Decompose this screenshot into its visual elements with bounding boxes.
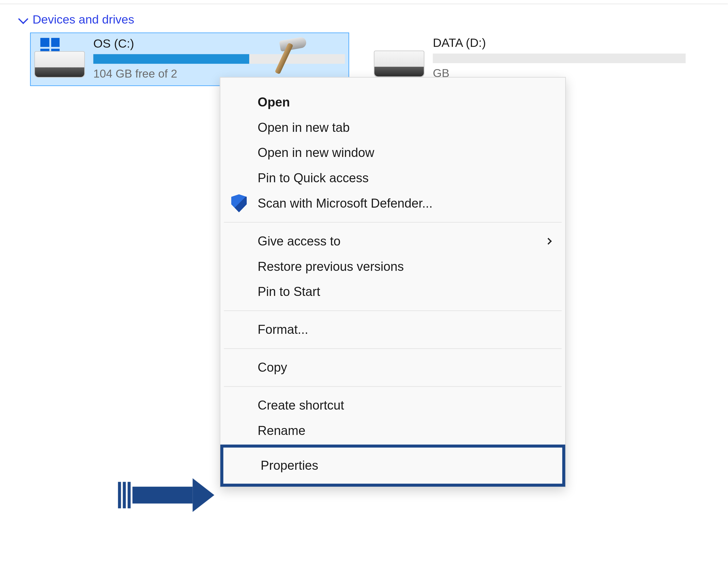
menu-pin-to-start[interactable]: Pin to Start xyxy=(220,279,565,304)
menu-label: Scan with Microsoft Defender... xyxy=(258,196,433,211)
defender-shield-icon xyxy=(230,194,248,213)
disk-shell-icon xyxy=(374,50,424,77)
drive-icon xyxy=(374,36,424,77)
menu-give-access-to[interactable]: Give access to xyxy=(220,228,565,254)
drive-label: DATA (D:) xyxy=(433,36,686,50)
menu-properties[interactable]: Properties xyxy=(220,445,565,487)
section-devices-and-drives[interactable]: Devices and drives xyxy=(0,4,728,32)
drive-context-menu: Open Open in new tab Open in new window … xyxy=(220,77,566,487)
disk-led-icon xyxy=(41,71,45,75)
drive-icon xyxy=(34,36,85,78)
menu-copy[interactable]: Copy xyxy=(220,355,565,380)
menu-open-new-window[interactable]: Open in new window xyxy=(220,140,565,166)
hammer-icon xyxy=(270,34,319,83)
menu-label: Open in new window xyxy=(258,146,374,160)
menu-label: Restore previous versions xyxy=(258,259,404,274)
section-title: Devices and drives xyxy=(32,12,134,26)
menu-separator xyxy=(224,386,562,387)
menu-open-new-tab[interactable]: Open in new tab xyxy=(220,115,565,140)
menu-open[interactable]: Open xyxy=(220,90,565,115)
menu-create-shortcut[interactable]: Create shortcut xyxy=(220,393,565,418)
chevron-down-icon xyxy=(18,13,28,24)
menu-rename[interactable]: Rename xyxy=(220,418,565,443)
menu-pin-quick-access[interactable]: Pin to Quick access xyxy=(220,165,565,191)
menu-scan-defender[interactable]: Scan with Microsoft Defender... xyxy=(220,191,565,216)
disk-shell-icon xyxy=(34,51,85,78)
annotation-arrow-icon xyxy=(118,478,214,512)
menu-separator xyxy=(224,310,562,311)
capacity-fill xyxy=(93,54,249,64)
menu-separator xyxy=(224,349,562,349)
menu-separator xyxy=(224,222,562,222)
disk-led-icon xyxy=(381,70,385,74)
menu-restore-previous-versions[interactable]: Restore previous versions xyxy=(220,254,565,279)
menu-label: Open in new tab xyxy=(258,120,350,135)
menu-label: Pin to Start xyxy=(258,285,320,299)
menu-label: Properties xyxy=(261,459,318,473)
menu-label: Copy xyxy=(258,360,287,375)
submenu-chevron-icon xyxy=(545,238,552,245)
menu-label: Create shortcut xyxy=(258,398,344,413)
menu-label: Rename xyxy=(258,423,306,438)
menu-label: Give access to xyxy=(258,234,341,248)
menu-format[interactable]: Format... xyxy=(220,317,565,342)
menu-label: Format... xyxy=(258,323,308,337)
capacity-bar xyxy=(433,54,686,63)
menu-label: Open xyxy=(258,95,290,109)
menu-label: Pin to Quick access xyxy=(258,171,369,185)
